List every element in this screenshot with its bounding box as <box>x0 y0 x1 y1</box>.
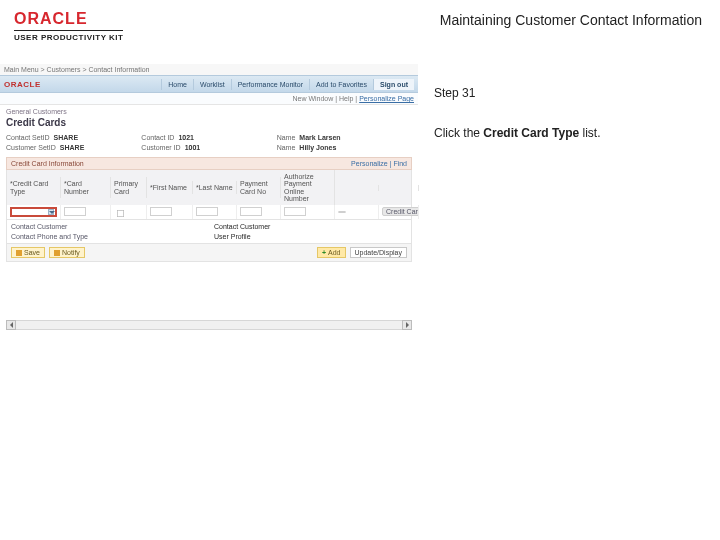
th-last-name: *Last Name <box>193 181 237 194</box>
section-header: Credit Card Information Personalize | Fi… <box>6 157 412 170</box>
update-display-button[interactable]: Update/Display <box>350 247 407 258</box>
save-label: Save <box>24 249 40 256</box>
info-value: SHARE <box>54 134 79 141</box>
table-row: Credit Card <box>7 205 411 219</box>
info-value: 1001 <box>185 144 201 151</box>
app-top-crumb: Main Menu > Customers > Contact Informat… <box>0 64 418 75</box>
th-payment-card: Payment Card No <box>237 177 281 198</box>
step-label: Step 31 <box>434 86 704 100</box>
th-auth-online: Authorize Payment Online Number <box>281 170 335 205</box>
credit-card-table: *Credit Card Type *Card Number Primary C… <box>6 170 412 220</box>
row-pill-1[interactable] <box>338 211 346 213</box>
horizontal-scrollbar[interactable] <box>6 320 412 330</box>
notify-icon <box>54 250 60 256</box>
auth-input[interactable] <box>284 207 306 216</box>
scroll-right-arrow-icon[interactable] <box>402 320 412 330</box>
add-button[interactable]: +Add <box>317 247 346 258</box>
notify-label: Notify <box>62 249 80 256</box>
scroll-left-arrow-icon[interactable] <box>6 320 16 330</box>
header-title: Maintaining Customer Contact Information <box>440 12 702 28</box>
save-icon <box>16 250 22 256</box>
app-footer-bar: Save Notify +Add Update/Display <box>6 244 412 262</box>
instruction-text: Click the Credit Card Type list. <box>434 126 704 140</box>
scroll-track[interactable] <box>16 320 402 330</box>
plus-icon: + <box>322 249 326 256</box>
th-card-number: *Card Number <box>61 177 111 198</box>
pair-label: Contact Customer <box>11 223 67 230</box>
payment-card-input[interactable] <box>240 207 262 216</box>
app-tabs: Home Worklist Performance Monitor Add to… <box>161 79 414 90</box>
section-links[interactable]: Personalize | Find <box>351 160 407 167</box>
card-number-input[interactable] <box>64 207 86 216</box>
tab-worklist[interactable]: Worklist <box>193 79 231 90</box>
instruction-suffix: list. <box>579 126 600 140</box>
th-blank1 <box>335 185 379 191</box>
th-cc-type: *Credit Card Type <box>7 177 61 198</box>
pair-label: Contact Phone and Type <box>11 233 88 240</box>
footer-right-buttons: +Add Update/Display <box>317 247 407 258</box>
cell-primary <box>111 205 147 219</box>
cell-cc-type <box>7 205 61 219</box>
th-primary: Primary Card <box>111 177 147 198</box>
cell-last-name <box>193 205 237 219</box>
info-label: Contact ID <box>141 134 174 141</box>
app-breadcrumb2: General Customers <box>6 108 412 115</box>
app-topbar: ORACLE Home Worklist Performance Monitor… <box>0 75 418 93</box>
page-header: ORACLE USER PRODUCTIVITY KIT Maintaining… <box>0 0 720 64</box>
userline-prefix: New Window | Help | <box>292 95 359 102</box>
info-grid: Contact SetID SHARE Contact ID 1021 Name… <box>6 134 412 151</box>
credit-card-type-dropdown[interactable] <box>10 207 57 217</box>
brand-logo: ORACLE <box>14 10 123 28</box>
info-value: Mark Larsen <box>299 134 340 141</box>
section-title: Credit Card Information <box>11 160 84 167</box>
update-display-label: Update/Display <box>355 249 402 256</box>
pair-value: User Profile <box>214 233 251 240</box>
app-logo: ORACLE <box>4 80 41 89</box>
embedded-app: Main Menu > Customers > Contact Informat… <box>0 64 418 330</box>
instruction-panel: Step 31 Click the Credit Card Type list. <box>418 64 720 330</box>
cell-pill2: Credit Card <box>379 205 419 219</box>
instruction-prefix: Click the <box>434 126 483 140</box>
tab-favorites[interactable]: Add to Favorites <box>309 79 373 90</box>
last-name-input[interactable] <box>196 207 218 216</box>
info-value: Hilly Jones <box>299 144 336 151</box>
app-userline: New Window | Help | Personalize Page <box>0 93 418 105</box>
first-name-input[interactable] <box>150 207 172 216</box>
cell-card-number <box>61 205 111 219</box>
cell-auth <box>281 205 335 219</box>
main-area: Main Menu > Customers > Contact Informat… <box>0 64 720 330</box>
cell-pill1 <box>335 205 379 219</box>
th-blank2 <box>379 185 419 191</box>
th-first-name: *First Name <box>147 181 193 194</box>
row-pill-2[interactable]: Credit Card <box>382 207 419 216</box>
info-value: 1021 <box>178 134 194 141</box>
app-page-title: Credit Cards <box>6 117 412 128</box>
info-label: Name <box>277 144 296 151</box>
footer-left-buttons: Save Notify <box>11 247 85 258</box>
cell-first-name <box>147 205 193 219</box>
notify-button[interactable]: Notify <box>49 247 85 258</box>
tab-signout[interactable]: Sign out <box>373 79 414 90</box>
chevron-down-icon <box>48 209 54 215</box>
info-label: Customer SetID <box>6 144 56 151</box>
lower-pairs: Contact Customer Contact Customer Contac… <box>6 220 412 244</box>
save-button[interactable]: Save <box>11 247 45 258</box>
cell-payment-card <box>237 205 281 219</box>
info-label: Customer ID <box>141 144 180 151</box>
primary-card-checkbox[interactable] <box>117 210 124 217</box>
pair-value: Contact Customer <box>214 223 270 230</box>
tab-perfmon[interactable]: Performance Monitor <box>231 79 309 90</box>
screenshot-panel: Main Menu > Customers > Contact Informat… <box>0 64 418 330</box>
brand-block: ORACLE USER PRODUCTIVITY KIT <box>14 10 123 42</box>
brand-subtitle: USER PRODUCTIVITY KIT <box>14 30 123 42</box>
personalize-page-link[interactable]: Personalize Page <box>359 95 414 102</box>
add-label: Add <box>328 249 340 256</box>
table-header-row: *Credit Card Type *Card Number Primary C… <box>7 170 411 205</box>
info-value: SHARE <box>60 144 85 151</box>
instruction-bold: Credit Card Type <box>483 126 579 140</box>
tab-home[interactable]: Home <box>161 79 193 90</box>
info-label: Name <box>277 134 296 141</box>
app-page-area: General Customers Credit Cards Contact S… <box>0 105 418 330</box>
info-label: Contact SetID <box>6 134 50 141</box>
